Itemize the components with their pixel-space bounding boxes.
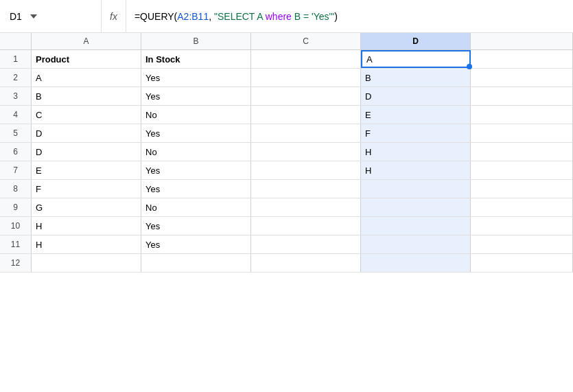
cell-c12[interactable]: [251, 254, 361, 272]
row-number: 10: [0, 217, 32, 235]
cell-b3[interactable]: Yes: [141, 87, 251, 105]
cell-a1[interactable]: Product: [32, 50, 141, 68]
cell-d3[interactable]: D: [361, 87, 471, 105]
cell-reference-box: D1: [5, 0, 102, 32]
row-number: 1: [0, 50, 32, 68]
cell-b10[interactable]: Yes: [141, 217, 251, 235]
cell-reference[interactable]: D1: [5, 8, 26, 25]
cell-a5[interactable]: D: [32, 124, 141, 142]
cell-c8[interactable]: [251, 180, 361, 198]
cell-c11[interactable]: [251, 235, 361, 253]
cell-e7[interactable]: [471, 161, 573, 179]
cell-c9[interactable]: [251, 198, 361, 216]
cell-e5[interactable]: [471, 124, 573, 142]
cell-e4[interactable]: [471, 106, 573, 124]
cell-e1[interactable]: [471, 50, 573, 68]
col-header-b[interactable]: B: [141, 33, 251, 49]
cell-b12[interactable]: [141, 254, 251, 272]
cell-b5[interactable]: Yes: [141, 124, 251, 142]
col-header-c[interactable]: C: [251, 33, 361, 49]
cell-c3[interactable]: [251, 87, 361, 105]
table-row: 8 F Yes: [0, 180, 573, 198]
cell-a11[interactable]: H: [32, 235, 141, 253]
cell-e3[interactable]: [471, 87, 573, 105]
col-header-e[interactable]: [471, 33, 573, 49]
row-number: 6: [0, 143, 32, 161]
fill-handle[interactable]: [467, 64, 472, 69]
cell-e8[interactable]: [471, 180, 573, 198]
cell-d1[interactable]: A: [361, 50, 471, 68]
cell-d5[interactable]: F: [361, 124, 471, 142]
cell-a6[interactable]: D: [32, 143, 141, 161]
table-row: 12: [0, 254, 573, 273]
cell-b2[interactable]: Yes: [141, 69, 251, 87]
row-number: 9: [0, 198, 32, 216]
cell-b6[interactable]: No: [141, 143, 251, 161]
cell-e12[interactable]: [471, 254, 573, 272]
cell-c6[interactable]: [251, 143, 361, 161]
cell-d6[interactable]: H: [361, 143, 471, 161]
corner-cell: [0, 33, 32, 49]
cell-a8[interactable]: F: [32, 180, 141, 198]
cell-d8[interactable]: [361, 180, 471, 198]
cell-b11[interactable]: Yes: [141, 235, 251, 253]
formula-comma: ,: [209, 11, 214, 22]
cell-e11[interactable]: [471, 235, 573, 253]
table-row: 3 B Yes D: [0, 87, 573, 106]
formula-range: A2:B11: [177, 11, 209, 22]
table-row: 6 D No H: [0, 143, 573, 161]
cell-b9[interactable]: No: [141, 198, 251, 216]
cell-c5[interactable]: [251, 124, 361, 142]
cell-c2[interactable]: [251, 69, 361, 87]
table-row: 7 E Yes H: [0, 161, 573, 180]
row-number: 12: [0, 254, 32, 272]
formula-bar: D1 fx =QUERY(A2:B11, "SELECT A where B =…: [0, 0, 573, 33]
cell-b7[interactable]: Yes: [141, 161, 251, 179]
cell-d12[interactable]: [361, 254, 471, 272]
table-row: 9 G No: [0, 198, 573, 217]
cell-a3[interactable]: B: [32, 87, 141, 105]
cell-e10[interactable]: [471, 217, 573, 235]
cell-d2[interactable]: B: [361, 69, 471, 87]
row-number: 4: [0, 106, 32, 124]
cell-c10[interactable]: [251, 217, 361, 235]
table-row: 2 A Yes B: [0, 69, 573, 87]
spreadsheet-grid: A B C D 1 Product In Stock A 2 A Yes B 3…: [0, 33, 573, 273]
cell-d4[interactable]: E: [361, 106, 471, 124]
formula-query-string: "SELECT A where B = 'Yes'": [214, 11, 334, 22]
table-row: 10 H Yes: [0, 217, 573, 235]
formula-input[interactable]: =QUERY(A2:B11, "SELECT A where B = 'Yes'…: [126, 11, 568, 22]
cell-a7[interactable]: E: [32, 161, 141, 179]
row-number: 3: [0, 87, 32, 105]
cell-a2[interactable]: A: [32, 69, 141, 87]
col-header-d[interactable]: D: [361, 33, 471, 49]
cell-a12[interactable]: [32, 254, 141, 272]
cell-e6[interactable]: [471, 143, 573, 161]
cell-d9[interactable]: [361, 198, 471, 216]
cell-d10[interactable]: [361, 217, 471, 235]
row-number: 8: [0, 180, 32, 198]
col-header-a[interactable]: A: [32, 33, 141, 49]
cell-a10[interactable]: H: [32, 217, 141, 235]
cell-e2[interactable]: [471, 69, 573, 87]
row-number: 5: [0, 124, 32, 142]
table-row: 11 H Yes: [0, 235, 573, 254]
cell-b1[interactable]: In Stock: [141, 50, 251, 68]
row-number: 11: [0, 235, 32, 253]
cell-ref-dropdown-icon[interactable]: [30, 14, 37, 19]
cell-b4[interactable]: No: [141, 106, 251, 124]
cell-d11[interactable]: [361, 235, 471, 253]
formula-prefix: =QUERY(: [135, 11, 177, 22]
cell-d7[interactable]: H: [361, 161, 471, 179]
cell-e9[interactable]: [471, 198, 573, 216]
table-row: 1 Product In Stock A: [0, 50, 573, 69]
cell-c1[interactable]: [251, 50, 361, 68]
cell-c7[interactable]: [251, 161, 361, 179]
cell-a4[interactable]: C: [32, 106, 141, 124]
column-headers: A B C D: [0, 33, 573, 50]
cell-b8[interactable]: Yes: [141, 180, 251, 198]
cell-c4[interactable]: [251, 106, 361, 124]
cell-a9[interactable]: G: [32, 198, 141, 216]
row-number: 2: [0, 69, 32, 87]
formula-suffix: ): [334, 11, 338, 22]
